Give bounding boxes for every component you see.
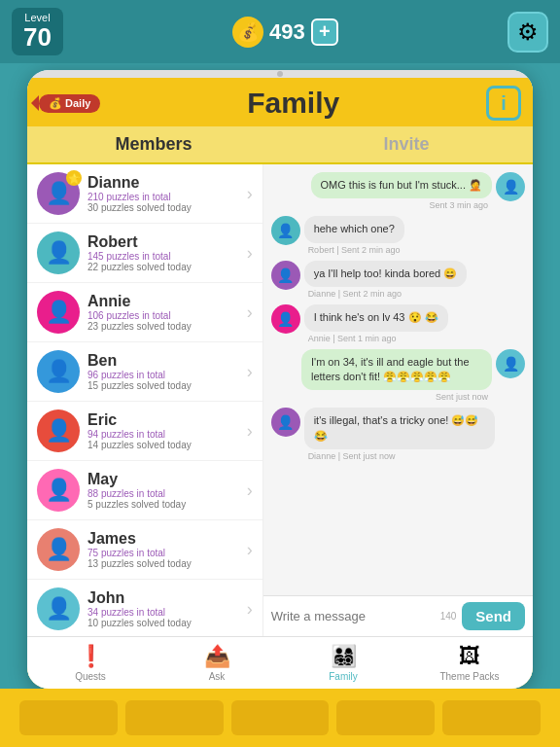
member-name: Eric — [88, 411, 247, 429]
member-puzzles-today: 15 puzzles solved today — [88, 380, 247, 391]
member-avatar: 👤 — [37, 469, 80, 512]
message-bubble: I think he's on lv 43 😯 😂 Annie | Sent 1… — [304, 304, 448, 342]
member-item[interactable]: 👤 James 75 puzzles in total 13 puzzles s… — [27, 520, 262, 580]
app-header: 💰 Daily Family i — [27, 78, 533, 126]
member-puzzles-today: 22 puzzles solved today — [88, 262, 247, 272]
member-arrow-icon: › — [247, 362, 253, 382]
message-meta: Sent just now — [301, 392, 492, 402]
message-avatar: 👤 — [271, 408, 300, 437]
bottom-tile-4 — [336, 700, 435, 735]
member-name: Robert — [88, 233, 247, 251]
message-avatar: 👤 — [271, 261, 300, 290]
message-row: 👤 ya I'll help too! kinda bored 😄 Dianne… — [271, 261, 525, 299]
message-bubble: I'm on 34, it's ill and eagle but the le… — [301, 349, 492, 403]
member-info: May 88 puzzles in total 5 puzzles solved… — [80, 471, 247, 510]
ask-nav-icon: 📤 — [204, 644, 230, 669]
message-text: ya I'll help too! kinda bored 😄 — [304, 261, 468, 287]
bottom-tile-1 — [19, 700, 118, 735]
bottom-nav: ❗ Quests 📤 Ask 👨‍👩‍👧‍👦 Family 🖼 Theme Pa… — [27, 636, 533, 689]
message-bubble: ya I'll help too! kinda bored 😄 Dianne |… — [304, 261, 468, 299]
member-info: Dianne 210 puzzles in total 30 puzzles s… — [80, 174, 247, 213]
quests-nav-label: Quests — [75, 671, 106, 682]
message-meta: Annie | Sent 1 min ago — [304, 334, 448, 343]
member-item[interactable]: 👤 Annie 106 puzzles in total 23 puzzles … — [27, 283, 262, 342]
nav-item-family[interactable]: 👨‍👩‍👧‍👦 Family — [280, 644, 406, 682]
message-bubble: OMG this is fun but I'm stuck... 🤦 Sent … — [311, 172, 492, 210]
nav-item-ask[interactable]: 📤 Ask — [154, 644, 280, 682]
message-meta: Sent 3 min ago — [311, 200, 492, 210]
member-info: John 34 puzzles in total 10 puzzles solv… — [80, 589, 247, 628]
quests-nav-icon: ❗ — [78, 644, 104, 669]
notch-dot — [277, 71, 283, 77]
member-item[interactable]: 👤 John 34 puzzles in total 10 puzzles so… — [27, 580, 262, 636]
member-puzzles-total: 210 puzzles in total — [88, 192, 247, 202]
member-item[interactable]: 👤 Ben 96 puzzles in total 15 puzzles sol… — [27, 342, 262, 402]
tab-members[interactable]: Members — [27, 126, 280, 162]
message-row: 👤 it's illegal, that's a tricky one! 😅😅😂… — [271, 408, 525, 461]
nav-item-quests[interactable]: ❗ Quests — [27, 644, 154, 682]
settings-button[interactable]: ⚙ — [508, 12, 548, 53]
member-puzzles-total: 34 puzzles in total — [88, 607, 247, 618]
member-item[interactable]: 👤 May 88 puzzles in total 5 puzzles solv… — [27, 461, 262, 520]
daily-icon: 💰 — [49, 97, 62, 109]
member-puzzles-total: 96 puzzles in total — [88, 370, 247, 380]
bottom-tile-5 — [442, 700, 541, 735]
family-nav-icon: 👨‍👩‍👧‍👦 — [331, 644, 357, 669]
member-item[interactable]: 👤 Eric 94 puzzles in total 14 puzzles so… — [27, 402, 262, 461]
member-arrow-icon: › — [247, 184, 253, 204]
member-puzzles-today: 13 puzzles solved today — [88, 558, 247, 569]
chat-messages: 👤 OMG this is fun but I'm stuck... 🤦 Sen… — [263, 164, 533, 595]
level-box: Level 70 — [12, 8, 63, 55]
member-puzzles-today: 5 puzzles solved today — [88, 499, 247, 510]
info-button[interactable]: i — [486, 86, 521, 121]
member-puzzles-today: 23 puzzles solved today — [88, 321, 247, 332]
bottom-bar — [0, 689, 560, 747]
member-arrow-icon: › — [247, 599, 253, 620]
member-avatar: 👤 — [37, 409, 80, 452]
message-bubble: hehe which one? Robert | Sent 2 min ago — [304, 216, 404, 254]
add-coins-button[interactable]: + — [311, 18, 338, 46]
member-puzzles-total: 145 puzzles in total — [88, 251, 247, 262]
main-area: 👤 ⭐ Dianne 210 puzzles in total 30 puzzl… — [27, 164, 533, 636]
family-nav-label: Family — [329, 671, 357, 682]
nav-item-theme-packs[interactable]: 🖼 Theme Packs — [406, 644, 533, 682]
daily-label: Daily — [65, 97, 90, 109]
member-puzzles-total: 88 puzzles in total — [88, 488, 247, 499]
send-button[interactable]: Send — [462, 602, 525, 630]
chat-input-row: 140 Send — [263, 595, 533, 636]
theme-packs-nav-icon: 🖼 — [459, 644, 480, 669]
member-avatar: 👤 — [37, 291, 80, 334]
coins-area: 💰 493 + — [232, 17, 338, 48]
bottom-tile-2 — [125, 700, 224, 735]
member-info: Ben 96 puzzles in total 15 puzzles solve… — [80, 352, 247, 391]
member-name: May — [88, 471, 247, 488]
chat-area: 👤 OMG this is fun but I'm stuck... 🤦 Sen… — [263, 164, 533, 636]
message-text: I think he's on lv 43 😯 😂 — [304, 304, 448, 331]
message-text: I'm on 34, it's ill and eagle but the le… — [301, 349, 492, 391]
tabs-bar: Members Invite — [27, 126, 533, 164]
message-row: 👤 OMG this is fun but I'm stuck... 🤦 Sen… — [271, 172, 525, 210]
member-arrow-icon: › — [247, 302, 253, 323]
member-avatar: 👤 ⭐ — [37, 172, 80, 215]
member-item[interactable]: 👤 Robert 145 puzzles in total 22 puzzles… — [27, 224, 262, 283]
member-name: Dianne — [88, 174, 247, 192]
star-badge: ⭐ — [66, 170, 82, 186]
message-avatar: 👤 — [271, 304, 300, 334]
member-info: James 75 puzzles in total 13 puzzles sol… — [80, 530, 247, 569]
member-name: Annie — [88, 293, 247, 310]
member-puzzles-today: 14 puzzles solved today — [88, 440, 247, 450]
message-input[interactable] — [271, 609, 435, 623]
member-puzzles-today: 30 puzzles solved today — [88, 202, 247, 213]
message-meta: Dianne | Sent 2 min ago — [304, 289, 468, 299]
device-frame: 💰 Daily Family i Members Invite 👤 ⭐ — [27, 70, 533, 689]
gear-icon: ⚙ — [517, 18, 539, 46]
tab-invite[interactable]: Invite — [280, 126, 533, 162]
member-item[interactable]: 👤 ⭐ Dianne 210 puzzles in total 30 puzzl… — [27, 164, 262, 224]
member-info: Robert 145 puzzles in total 22 puzzles s… — [80, 233, 247, 272]
message-meta: Dianne | Sent just now — [304, 451, 495, 461]
daily-badge: 💰 Daily — [39, 94, 100, 113]
group-title: Family — [247, 87, 339, 120]
top-bar: Level 70 💰 493 + ⚙ — [0, 0, 560, 63]
member-arrow-icon: › — [247, 540, 253, 560]
member-puzzles-total: 75 puzzles in total — [88, 548, 247, 558]
